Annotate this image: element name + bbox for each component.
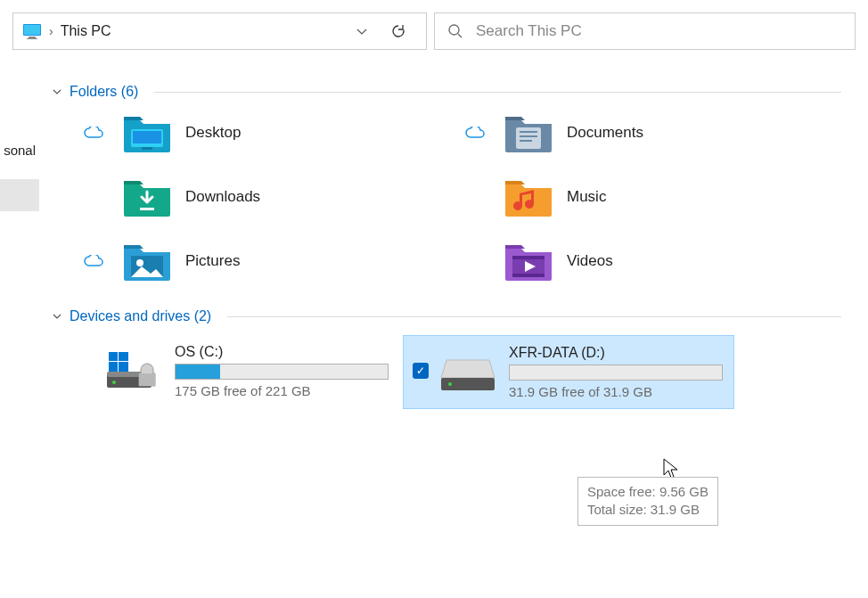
drive-free-text: 31.9 GB free of 31.9 GB: [509, 384, 723, 399]
svg-rect-3: [27, 38, 37, 39]
svg-rect-10: [520, 131, 537, 133]
desktop-folder-icon: [121, 111, 173, 155]
svg-rect-25: [109, 362, 118, 372]
svg-point-4: [449, 25, 459, 35]
refresh-button[interactable]: [390, 23, 417, 39]
this-pc-icon: [22, 23, 42, 39]
sidebar-item-personal[interactable]: sonal: [0, 134, 39, 167]
music-folder-icon: [503, 175, 554, 219]
svg-rect-26: [119, 362, 128, 372]
folder-item-pictures[interactable]: Pictures: [78, 239, 460, 283]
search-input[interactable]: [476, 22, 842, 40]
external-drive-icon: [439, 351, 496, 394]
address-bar[interactable]: › This PC: [12, 12, 427, 50]
breadcrumb-location[interactable]: This PC: [61, 23, 111, 39]
search-bar[interactable]: [434, 12, 856, 50]
svg-rect-12: [520, 140, 532, 142]
svg-rect-23: [109, 352, 118, 361]
svg-rect-24: [119, 352, 128, 361]
cloud-sync-icon: [84, 127, 103, 139]
svg-rect-13: [140, 208, 154, 210]
tooltip-line: Total size: 31.9 GB: [587, 501, 708, 519]
section-header-drives[interactable]: Devices and drives (2): [52, 308, 841, 324]
chevron-down-icon: [52, 311, 64, 322]
svg-rect-17: [512, 256, 545, 259]
folder-label: Downloads: [185, 188, 260, 206]
folder-item-documents[interactable]: Documents: [460, 111, 841, 155]
svg-rect-1: [24, 25, 40, 35]
svg-rect-18: [512, 274, 545, 277]
downloads-folder-icon: [121, 175, 173, 219]
svg-point-15: [136, 259, 143, 266]
folder-label: Music: [567, 188, 606, 206]
drive-tooltip: Space free: 9.56 GB Total size: 31.9 GB: [577, 477, 718, 526]
section-title: Devices and drives (2): [70, 308, 211, 324]
drive-label: XFR-DATA (D:): [509, 345, 723, 361]
tooltip-line: Space free: 9.56 GB: [587, 483, 708, 501]
cloud-sync-icon: [84, 255, 103, 267]
svg-rect-9: [516, 127, 541, 149]
drive-item-os-c[interactable]: OS (C:) 175 GB free of 221 GB: [105, 335, 399, 407]
documents-folder-icon: [503, 111, 554, 155]
chevron-down-icon: [52, 86, 64, 97]
folder-label: Desktop: [185, 124, 241, 142]
folder-item-desktop[interactable]: Desktop: [78, 111, 460, 155]
drive-usage-bar: [175, 364, 389, 380]
section-divider: [154, 92, 841, 93]
cloud-sync-icon: [465, 127, 485, 139]
history-dropdown[interactable]: [355, 24, 381, 38]
section-title: Folders (6): [70, 84, 138, 100]
navigation-sidebar: sonal: [0, 134, 39, 211]
section-divider: [227, 316, 841, 317]
folder-item-videos[interactable]: Videos: [460, 239, 841, 283]
folder-label: Documents: [567, 124, 643, 142]
drive-usage-bar: [509, 365, 723, 381]
svg-rect-8: [142, 147, 152, 150]
svg-rect-29: [139, 373, 155, 386]
search-icon: [447, 23, 463, 39]
section-header-folders[interactable]: Folders (6): [52, 84, 841, 100]
videos-folder-icon: [503, 239, 554, 283]
selection-checkbox[interactable]: ✓: [413, 363, 429, 379]
folder-label: Videos: [567, 252, 613, 270]
svg-point-31: [448, 382, 452, 386]
svg-point-21: [112, 381, 116, 384]
svg-rect-11: [520, 135, 537, 137]
svg-rect-7: [133, 131, 161, 143]
os-drive-icon: [105, 350, 162, 393]
drive-label: OS (C:): [175, 344, 389, 360]
folder-label: Pictures: [185, 252, 240, 270]
drive-item-xfr-data-d[interactable]: ✓ XFR-DATA (D:) 31.9 GB free of 31.9 GB: [403, 335, 734, 409]
sidebar-item-selected[interactable]: [0, 179, 39, 211]
svg-rect-2: [29, 37, 36, 38]
folder-item-downloads[interactable]: Downloads: [78, 175, 460, 219]
pictures-folder-icon: [121, 239, 173, 283]
drive-free-text: 175 GB free of 221 GB: [175, 383, 389, 398]
folder-item-music[interactable]: Music: [460, 175, 841, 219]
svg-line-5: [458, 34, 462, 37]
breadcrumb-separator: ›: [49, 24, 53, 38]
